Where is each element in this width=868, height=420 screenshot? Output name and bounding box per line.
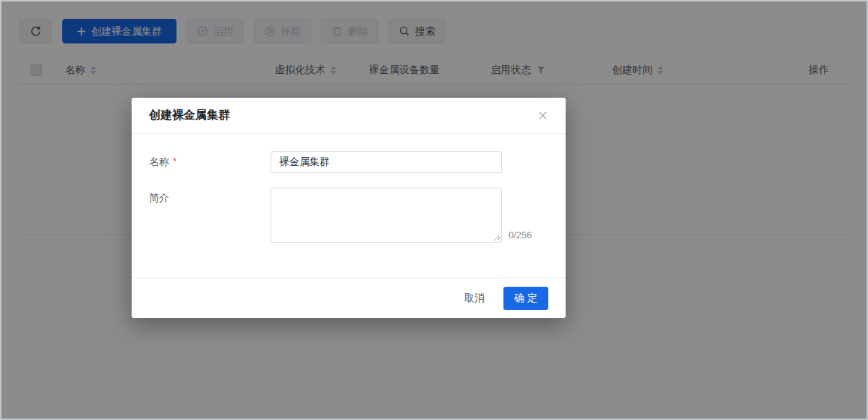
intro-textarea[interactable] bbox=[271, 188, 502, 243]
modal-header: 创建裸金属集群 bbox=[132, 98, 566, 134]
bare-metal-cluster-window: 创建裸金属集群 启用 停用 bbox=[0, 0, 868, 420]
label-text: 名称 bbox=[149, 156, 169, 167]
modal-title: 创建裸金属集群 bbox=[149, 108, 230, 123]
modal-footer: 取消 确 定 bbox=[132, 277, 566, 318]
name-field-row: 名称* bbox=[149, 151, 548, 173]
label-text: 简介 bbox=[149, 192, 169, 203]
intro-textarea-wrap bbox=[271, 188, 502, 243]
confirm-button[interactable]: 确 定 bbox=[503, 287, 548, 310]
name-field-label: 名称* bbox=[149, 156, 271, 169]
intro-field-label: 简介 bbox=[149, 188, 271, 205]
modal-body: 名称* 简介 0/256 bbox=[132, 134, 566, 277]
name-input[interactable] bbox=[271, 151, 502, 173]
char-counter: 0/256 bbox=[509, 230, 532, 243]
create-cluster-modal: 创建裸金属集群 名称* 简介 bbox=[132, 98, 566, 318]
intro-field-row: 简介 0/256 bbox=[149, 188, 548, 243]
cancel-button[interactable]: 取消 bbox=[464, 292, 485, 305]
close-icon[interactable] bbox=[538, 111, 548, 121]
required-asterisk: * bbox=[173, 156, 176, 167]
